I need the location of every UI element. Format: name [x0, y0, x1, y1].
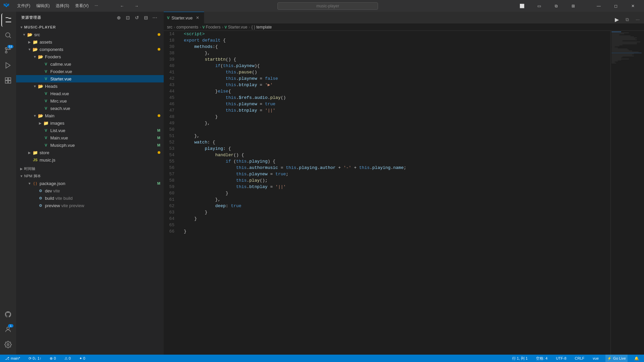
minimize-button[interactable]: — [591, 0, 606, 12]
new-folder-button[interactable]: ⊡ [124, 14, 131, 21]
code-token: = [278, 165, 286, 171]
breadcrumb-sep-2: › [200, 25, 201, 29]
sidebar-item-npm-scripts[interactable]: ▼ NPM 脚本 [16, 172, 164, 180]
menu-select[interactable]: 选择(S) [53, 2, 72, 10]
sidebar-item-main-folder[interactable]: ▼ 📂 Main [16, 112, 164, 119]
npm-arrow-icon: ▼ [19, 174, 24, 178]
fooders-folder-icon: 📂 [38, 54, 44, 59]
run-code-button[interactable]: ▶ [612, 15, 622, 23]
sidebar-item-timeline[interactable]: ▶ 时间轴 [16, 165, 164, 172]
close-button[interactable]: ✕ [625, 0, 641, 12]
status-position[interactable]: 行 1, 列 1 [511, 355, 529, 362]
code-token: } [184, 88, 218, 95]
line-num-42: 42 [164, 75, 177, 82]
sidebar-item-images[interactable]: ▶ 📁 images [16, 119, 164, 127]
titlebar: 文件(F) 编辑(E) 选择(S) 查看(V) ··· ← → 🔍 ⬜ ▭ ⧉ … [0, 0, 644, 12]
breadcrumb-template[interactable]: { } template [251, 25, 272, 29]
extensions-activity-button[interactable] [1, 74, 15, 87]
status-go-live[interactable]: ⚡ Go Live [605, 355, 628, 362]
line-num-50: 50 [164, 126, 177, 133]
sidebar-item-main-vue[interactable]: ▶ V Main.vue M [16, 134, 164, 141]
status-language[interactable]: vue [591, 355, 600, 362]
tab-close-button[interactable]: ✕ [195, 15, 201, 21]
sidebar-item-seach-vue[interactable]: ▶ V seach.vue [16, 105, 164, 112]
accounts-activity-button[interactable]: 1 [1, 323, 15, 336]
status-encoding[interactable]: UTF-8 [554, 355, 568, 362]
split-editor-button[interactable]: ⧉ [623, 15, 632, 23]
menu-edit[interactable]: 编辑(E) [34, 2, 52, 10]
status-branch[interactable]: ⎇ main* [3, 355, 22, 362]
vscode-logo-icon [3, 2, 9, 10]
status-notifications[interactable]: 🔔 [633, 355, 641, 362]
breadcrumb-fooders[interactable]: V Fooders [202, 25, 220, 29]
layout-custom-button[interactable]: ⊞ [566, 0, 581, 12]
breadcrumb-src[interactable]: src [167, 25, 172, 29]
sidebar-item-script-dev[interactable]: ▶ ⚙ dev vite [16, 187, 164, 194]
sidebar-item-src[interactable]: ▼ 📂 src [16, 31, 164, 38]
status-line-ending[interactable]: CRLF [573, 355, 586, 362]
sidebar-item-project[interactable]: ▼ MUSIC-PLAYER [16, 23, 164, 31]
code-token [184, 177, 236, 184]
sidebar-item-fooder-vue[interactable]: ▶ V Fooder.vue [16, 68, 164, 75]
menu-file[interactable]: 文件(F) [14, 2, 33, 10]
maximize-button[interactable]: ◻ [608, 0, 624, 12]
code-content[interactable]: <script> export default { methods:{ }, [180, 31, 610, 355]
nav-back-button[interactable]: ← [117, 3, 127, 9]
musicjs-label: music.js [40, 158, 160, 163]
run-debug-activity-button[interactable] [1, 59, 15, 72]
status-spaces[interactable]: 空格: 4 [534, 355, 549, 362]
line-num-43: 43 [164, 82, 177, 88]
sidebar-item-musicph-vue[interactable]: ▶ V Musicph.vue M [16, 141, 164, 149]
sidebar-item-head-vue[interactable]: ▶ V Head.vue [16, 90, 164, 97]
status-problems[interactable]: ✦ 0 [77, 355, 87, 362]
sidebar-item-heads[interactable]: ▼ 📂 Heads [16, 82, 164, 90]
breadcrumb-startervue[interactable]: V Starter.vue [224, 25, 247, 29]
github-activity-button[interactable] [1, 308, 15, 321]
sidebar-item-music-js[interactable]: ▶ JS music.js [16, 156, 164, 164]
menu-more[interactable]: ··· [92, 2, 101, 10]
layout-sidebar-button[interactable]: ⬜ [514, 0, 530, 12]
sidebar-item-script-preview[interactable]: ▶ ⚙ preview vite preview [16, 202, 164, 209]
sidebar-item-mirc-vue[interactable]: ▶ V Mirc.vue [16, 97, 164, 105]
code-line-44: }else{ [184, 88, 610, 95]
sidebar-item-script-build[interactable]: ▶ ⚙ build vite build [16, 194, 164, 202]
menu-view[interactable]: 查看(V) [72, 2, 91, 10]
layout-split-button[interactable]: ⧉ [548, 0, 564, 12]
code-line-43: this.btnplay = '▶' [184, 82, 610, 88]
project-label: MUSIC-PLAYER [24, 25, 160, 29]
new-file-button[interactable]: ⊕ [115, 14, 122, 21]
code-token: . [233, 63, 236, 69]
spaces-label: 空格: 4 [536, 356, 547, 361]
sidebar-item-list-vue[interactable]: ▶ V List.vue M [16, 127, 164, 134]
sidebar-item-store[interactable]: ▶ 📁 store [16, 149, 164, 156]
line-num-63: 63 [164, 209, 177, 216]
search-activity-button[interactable] [1, 28, 15, 42]
more-editor-actions-button[interactable]: ··· [633, 15, 642, 23]
timeline-label: 时间轴 [24, 166, 160, 171]
code-token: handler [215, 152, 234, 158]
refresh-button[interactable]: ↺ [133, 14, 141, 21]
settings-activity-button[interactable] [1, 338, 15, 351]
code-line-52: watch: { [184, 139, 610, 145]
explorer-activity-button[interactable] [1, 13, 15, 27]
search-bar[interactable]: 🔍 [277, 2, 378, 10]
collapse-all-button[interactable]: ⊟ [142, 14, 150, 21]
sidebar-item-assets[interactable]: ▶ 📁 assets [16, 38, 164, 46]
sidebar-item-fooders[interactable]: ▼ 📂 Fooders [16, 53, 164, 60]
pkgjson-icon: { } [32, 181, 38, 185]
search-input[interactable] [277, 2, 378, 10]
tab-starter-vue[interactable]: V Starter.vue ✕ [164, 12, 204, 23]
sidebar-item-package-json[interactable]: ▼ { } package.json M [16, 180, 164, 187]
sidebar-item-callme-vue[interactable]: ▶ V callme.vue [16, 60, 164, 68]
source-control-activity-button[interactable]: 53 [1, 44, 15, 57]
seach-label: seach.vue [50, 106, 160, 111]
status-errors[interactable]: ⊗ 0 [48, 355, 57, 362]
sidebar-item-components[interactable]: ▼ 📂 components [16, 46, 164, 53]
layout-panel-button[interactable]: ▭ [531, 0, 547, 12]
breadcrumb-components[interactable]: components [176, 25, 198, 29]
more-actions-button[interactable]: ··· [151, 14, 159, 21]
status-sync[interactable]: ⟳ 0↓ 1↑ [27, 355, 43, 362]
status-warnings[interactable]: ⚠ 0 [63, 355, 72, 362]
sidebar-item-starter-vue[interactable]: ▶ V Starter.vue [16, 75, 164, 82]
nav-forward-button[interactable]: → [132, 3, 141, 9]
